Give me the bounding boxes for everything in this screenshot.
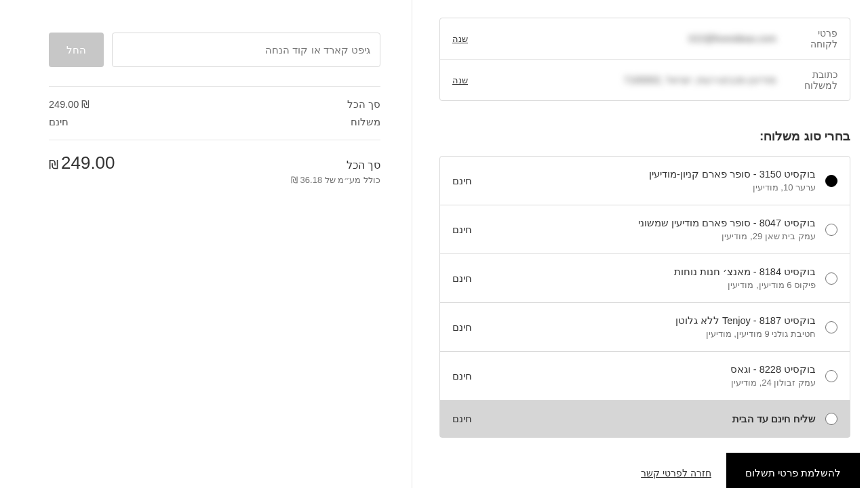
option-price: חינם xyxy=(452,371,472,382)
summary-total-label: סך הכל xyxy=(347,159,380,171)
change-shipping-link[interactable]: שנה xyxy=(452,75,468,85)
summary-subtotal-value: 249.00 ₪ xyxy=(49,99,90,110)
shipping-option[interactable]: בוקסיט 8047 - סופר פארם מודיעין שמשוניעמ… xyxy=(440,205,850,253)
shipping-options: בוקסיט 3150 - סופר פארם קניון-מודיעיןערע… xyxy=(439,156,850,438)
summary-subtotal-row: סך הכל 249.00 ₪ xyxy=(49,99,380,110)
option-title: בוקסיט 8228 - וגאס xyxy=(481,364,816,375)
info-value-shipping: 7100002, מודיעין-מכבים-רעות, ישראל xyxy=(480,75,776,85)
option-subtitle: חטיבת גולני 9 מודיעין, מודיעין xyxy=(481,329,816,339)
option-price: חינם xyxy=(452,176,472,186)
change-customer-link[interactable]: שנה xyxy=(452,34,468,44)
summary-shipping-label: משלוח xyxy=(351,117,380,127)
shipping-option[interactable]: בוקסיט 8184 - מאנצ׳ חנות נוחותפיקוס 6 מו… xyxy=(440,253,850,302)
option-text: בוקסיט 8187 - Tenjoy ללא גלוטןחטיבת גולנ… xyxy=(481,315,816,339)
back-to-contact-link[interactable]: חזרה לפרטי קשר xyxy=(641,468,711,479)
info-row-customer: פרטי לקוחה 022@livexideas.com שנה xyxy=(440,18,850,59)
radio-icon xyxy=(825,321,837,333)
radio-icon xyxy=(825,413,837,425)
summary-shipping-row: משלוח חינם xyxy=(49,117,380,127)
promo-row: החל xyxy=(49,33,380,67)
customer-info-box: פרטי לקוחה 022@livexideas.com שנה כתובת … xyxy=(439,18,850,101)
shipping-option[interactable]: בוקסיט 8187 - Tenjoy ללא גלוטןחטיבת גולנ… xyxy=(440,302,850,351)
shipping-option[interactable]: בוקסיט 3150 - סופר פארם קניון-מודיעיןערע… xyxy=(440,157,850,205)
radio-icon xyxy=(825,272,837,285)
option-subtitle: עמק זבולון 24, מודיעין xyxy=(481,378,816,388)
continue-payment-button[interactable]: להשלמת פרטי תשלום xyxy=(726,453,860,488)
option-price: חינם xyxy=(452,322,472,333)
option-price: חינם xyxy=(452,413,472,424)
info-label-customer: פרטי לקוחה xyxy=(789,28,837,49)
shipping-option[interactable]: בוקסיט 8228 - וגאסעמק זבולון 24, מודיעין… xyxy=(440,351,850,400)
apply-promo-button[interactable]: החל xyxy=(49,33,104,67)
option-text: בוקסיט 3150 - סופר פארם קניון-מודיעיןערע… xyxy=(481,169,816,192)
option-title: בוקסיט 8184 - מאנצ׳ חנות נוחות xyxy=(481,266,816,277)
radio-icon xyxy=(825,175,837,187)
summary-shipping-value: חינם xyxy=(49,117,68,127)
shipping-option[interactable]: שליח חינם עד הביתחינם xyxy=(440,400,850,437)
footer-actions: להשלמת פרטי תשלום חזרה לפרטי קשר xyxy=(430,453,850,488)
option-subtitle: ערער 10, מודיעין xyxy=(481,182,816,192)
option-title: בוקסיט 3150 - סופר פארם קניון-מודיעין xyxy=(481,169,816,180)
option-text: שליח חינם עד הבית xyxy=(481,413,816,424)
option-text: בוקסיט 8184 - מאנצ׳ חנות נוחותפיקוס 6 מו… xyxy=(481,266,816,290)
radio-icon xyxy=(825,370,837,382)
option-subtitle: עמק בית שאן 29, מודיעין xyxy=(481,231,816,241)
divider xyxy=(49,86,380,87)
tax-note: כולל מע״מ של 36.18 ₪ xyxy=(49,175,380,185)
info-row-shipping: כתובת למשלוח 7100002, מודיעין-מכבים-רעות… xyxy=(440,59,850,100)
shipping-section-title: בחרי סוג משלוח: xyxy=(439,128,850,144)
summary-total-block: סך הכל ₪249.00 כולל מע״מ של 36.18 ₪ xyxy=(49,140,380,185)
option-price: חינם xyxy=(452,224,472,235)
order-summary-sidebar: החל סך הכל 249.00 ₪ משלוח חינם סך הכל ₪2… xyxy=(0,0,412,488)
summary-subtotal-label: סך הכל xyxy=(347,99,380,110)
option-text: בוקסיט 8047 - סופר פארם מודיעין שמשוניעמ… xyxy=(481,218,816,241)
option-price: חינם xyxy=(452,273,472,284)
option-subtitle: פיקוס 6 מודיעין, מודיעין xyxy=(481,280,816,290)
info-value-customer: 022@livexideas.com xyxy=(480,33,776,44)
option-title: בוקסיט 8047 - סופר פארם מודיעין שמשוני xyxy=(481,218,816,228)
option-title: שליח חינם עד הבית xyxy=(481,413,816,424)
summary-total-amount: ₪249.00 xyxy=(49,152,115,174)
option-text: בוקסיט 8228 - וגאסעמק זבולון 24, מודיעין xyxy=(481,364,816,388)
promo-code-input[interactable] xyxy=(112,33,380,67)
info-label-shipping: כתובת למשלוח xyxy=(789,69,837,91)
radio-icon xyxy=(825,224,837,236)
option-title: בוקסיט 8187 - Tenjoy ללא גלוטן xyxy=(481,315,816,326)
